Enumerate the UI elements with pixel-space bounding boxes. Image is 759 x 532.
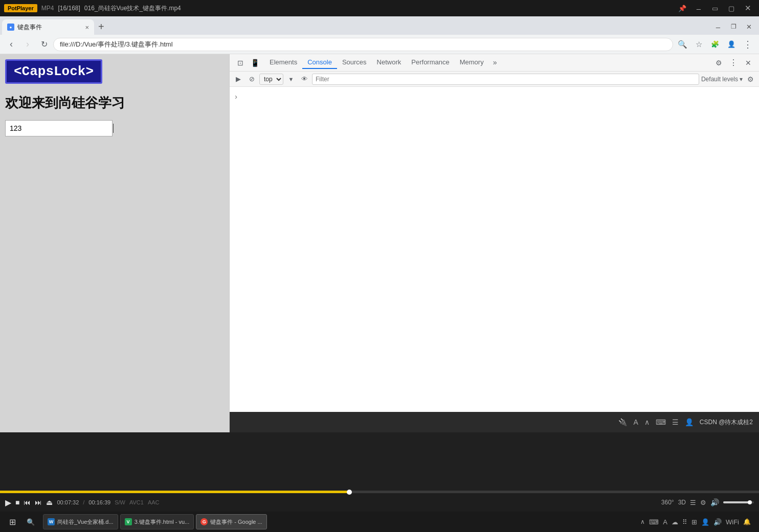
vscode-icon: V <box>125 518 132 525</box>
profile-icon[interactable]: 👤 <box>724 37 739 52</box>
tray-dots-icon[interactable]: ⠿ <box>682 518 687 526</box>
maximize-button[interactable]: ▢ <box>724 3 739 14</box>
strip-icon-3[interactable]: ∧ <box>644 418 650 426</box>
video-player-controls: ▶ ■ ⏮ ⏭ ⏏ 00:07:32 / 00:16:39 S/W AVC1 A… <box>0 491 759 512</box>
taskbar-windows: W 尚硅谷_Vue全家桶.d... V 3.键盘事件.html - vu... … <box>43 514 267 529</box>
volume-bar[interactable] <box>723 501 754 503</box>
strip-icon-6[interactable]: 👤 <box>685 418 694 426</box>
tab-close-button[interactable]: × <box>85 24 89 31</box>
tray-grid-icon[interactable]: ⊞ <box>691 518 697 526</box>
total-time: 00:16:39 <box>88 499 110 505</box>
devtools-inspect-icon[interactable]: ⊡ <box>234 56 247 70</box>
address-input[interactable] <box>53 38 673 51</box>
default-levels-label: Default levels <box>701 76 738 83</box>
progress-thumb <box>347 490 352 495</box>
tray-network-icon[interactable]: WiFi <box>726 518 739 526</box>
console-play-button[interactable]: ▶ <box>233 74 244 85</box>
resolution-label: 360° <box>661 499 674 506</box>
potplayer-logo[interactable]: PotPlayer <box>4 4 37 12</box>
close-title-button[interactable]: ✕ <box>741 3 755 14</box>
browser-menu-icon[interactable]: ⋮ <box>741 37 755 52</box>
stop-button[interactable]: ■ <box>15 498 19 506</box>
devtools-settings-icon[interactable]: ⚙ <box>712 56 725 70</box>
strip-icon-4[interactable]: ⌨ <box>656 418 666 426</box>
title-filename: 016_尚硅谷Vue技术_键盘事件.mp4 <box>84 4 181 13</box>
tray-notification-icon[interactable]: 🔔 <box>743 518 751 525</box>
tab-memory[interactable]: Memory <box>455 56 489 69</box>
browser-close[interactable]: ✕ <box>742 20 756 33</box>
console-settings-icon[interactable]: ⚙ <box>745 74 756 85</box>
address-bar: ‹ › ↻ 🔍 ☆ 🧩 👤 ⋮ <box>0 35 759 54</box>
console-context-select[interactable]: top <box>259 74 283 85</box>
window-controls: 📌 – ▭ ▢ ✕ <box>675 3 755 14</box>
browser-restore[interactable]: ❐ <box>726 20 741 33</box>
devtools-more-menu-icon[interactable]: ⋮ <box>727 56 740 70</box>
system-tray: ∧ ⌨ A ☁ ⠿ ⊞ 👤 🔊 WiFi 🔔 <box>640 518 755 526</box>
taskbar-item-word[interactable]: W 尚硅谷_Vue全家桶.d... <box>43 514 118 529</box>
play-button[interactable]: ▶ <box>5 498 11 507</box>
devtools-more-tabs[interactable]: » <box>489 56 501 69</box>
word-icon: W <box>48 518 55 525</box>
taskbar-item-chrome[interactable]: G 键盘事件 - Google ... <box>196 514 266 529</box>
devtools-panel: ⊡ 📱 Elements Console Sources Network Per… <box>229 54 759 432</box>
page-heading: 欢迎来到尚硅谷学习 <box>5 94 224 112</box>
next-button[interactable]: ⏭ <box>35 498 42 506</box>
volume-fill <box>723 501 751 503</box>
strip-icon-5[interactable]: ☰ <box>672 418 679 426</box>
tab-label: 键盘事件 <box>17 23 42 32</box>
tray-lang-icon[interactable]: A <box>663 518 667 526</box>
active-tab[interactable]: ● 键盘事件 × <box>2 19 94 35</box>
console-dropdown-icon[interactable]: ▼ <box>285 74 297 85</box>
taskbar-item-vscode[interactable]: V 3.键盘事件.html - vu... <box>120 514 194 529</box>
browser-minimize[interactable]: – <box>711 20 725 33</box>
pin-button[interactable]: 📌 <box>675 3 689 14</box>
extension-puzzle-icon[interactable]: 🧩 <box>708 37 722 52</box>
eject-button[interactable]: ⏏ <box>46 498 53 506</box>
title-episode: [16/168] <box>58 5 80 12</box>
strip-icon-2[interactable]: A <box>633 418 638 426</box>
audio-label: AAC <box>148 499 160 505</box>
tab-performance[interactable]: Performance <box>406 56 454 69</box>
minimize-button[interactable]: – <box>691 3 706 14</box>
keyboard-event-input[interactable] <box>5 120 113 136</box>
devtools-right-controls: ⚙ ⋮ ✕ <box>712 56 755 70</box>
console-eye-icon[interactable]: 👁 <box>299 74 310 85</box>
console-toolbar: ▶ ⊘ top ▼ 👁 Default levels ▾ ⚙ <box>230 72 759 87</box>
content-area: <CapsLock> 欢迎来到尚硅谷学习 ⊡ 📱 Elements Consol… <box>0 54 759 432</box>
console-block-button[interactable]: ⊘ <box>246 74 257 85</box>
title-bar: PotPlayer MP4 [16/168] 016_尚硅谷Vue技术_键盘事件… <box>0 0 759 16</box>
console-arrow-icon[interactable]: › <box>235 92 237 101</box>
slowmo-label: S/W <box>115 499 125 505</box>
tab-network[interactable]: Network <box>372 56 407 69</box>
restore-button[interactable]: ▭ <box>708 3 722 14</box>
console-filter-input[interactable] <box>312 74 699 85</box>
progress-bar[interactable] <box>0 491 759 493</box>
refresh-button[interactable]: ↻ <box>37 37 51 52</box>
back-button[interactable]: ‹ <box>4 37 18 52</box>
prev-button[interactable]: ⏮ <box>24 498 31 506</box>
browser-window: ● 键盘事件 × + – ❐ ✕ ‹ › ↻ 🔍 ☆ 🧩 👤 ⋮ <CapsLo… <box>0 16 759 432</box>
tray-up-arrow[interactable]: ∧ <box>640 518 645 525</box>
tab-sources[interactable]: Sources <box>337 56 372 69</box>
new-tab-button[interactable]: + <box>94 21 108 33</box>
star-icon[interactable]: ☆ <box>691 37 706 52</box>
tab-console[interactable]: Console <box>302 56 337 69</box>
windows-start-button[interactable]: ⊞ <box>4 514 20 530</box>
current-time: 00:07:32 <box>57 499 79 505</box>
strip-icon-1[interactable]: 🔌 <box>618 418 627 426</box>
tray-keyboard-icon[interactable]: ⌨ <box>649 518 659 526</box>
tray-cloud-icon[interactable]: ☁ <box>672 518 678 526</box>
search-icon[interactable]: 🔍 <box>675 37 689 52</box>
text-cursor <box>113 124 114 133</box>
tray-speaker-icon[interactable]: 🔊 <box>713 518 722 526</box>
tray-user-icon[interactable]: 👤 <box>701 518 709 526</box>
player-settings-icon[interactable]: ⚙ <box>700 499 706 506</box>
default-levels-button[interactable]: Default levels ▾ <box>701 76 743 83</box>
devtools-device-icon[interactable]: 📱 <box>248 56 261 70</box>
taskbar-search-button[interactable]: 🔍 <box>23 514 39 530</box>
devtools-close-icon[interactable]: ✕ <box>742 56 755 70</box>
forward-button[interactable]: › <box>20 37 35 52</box>
tab-elements[interactable]: Elements <box>264 56 302 69</box>
player-playlist-icon[interactable]: ☰ <box>690 499 696 506</box>
chrome-icon: G <box>200 518 208 525</box>
